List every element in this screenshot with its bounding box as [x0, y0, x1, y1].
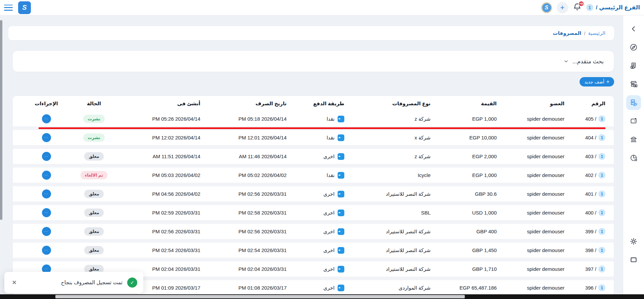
- sidebar-item-store[interactable]: [626, 77, 641, 92]
- column-header: تاريخ الصرف: [203, 101, 287, 107]
- ellipsis-icon: ...: [44, 135, 48, 138]
- row-actions-button[interactable]: ...: [42, 208, 51, 217]
- status-badge: معلق: [84, 227, 103, 236]
- status-badge: معلق: [84, 152, 103, 161]
- sidebar-item-bank[interactable]: [626, 132, 641, 147]
- advanced-search-panel[interactable]: بحث متقدم...: [13, 51, 614, 72]
- cell-number: 403 / 1: [567, 153, 605, 160]
- row-actions-button[interactable]: ...: [42, 114, 51, 123]
- breadcrumb-card: الرئيسية / المصروفات: [8, 26, 614, 40]
- cell-value: EGP 2,000: [433, 154, 497, 159]
- cell-actions: ...: [21, 133, 71, 142]
- menu-hamburger-icon[interactable]: [4, 5, 13, 11]
- vertical-scrollbar-thumb[interactable]: [0, 20, 2, 220]
- cell-pay-date: PM 02:54 2026/03/31: [203, 247, 287, 253]
- row-actions-button[interactable]: ...: [42, 152, 51, 161]
- table-row[interactable]: 402 / 1 spider demouser EGP 1,000 Icycle…: [13, 168, 614, 183]
- status-badge: معلق: [84, 208, 103, 217]
- plus-icon: +: [606, 79, 609, 84]
- branch-breadcrumb[interactable]: الفرع الرئيسي / 1: [586, 4, 640, 11]
- settings-gear-icon[interactable]: [626, 234, 641, 249]
- cell-pay-date: PM 01:08 2026/03/17: [203, 285, 287, 291]
- breadcrumb: الرئيسية / المصروفات: [553, 30, 605, 36]
- table-row[interactable]: 404 / 1 spider demouser EGP 10,000 شركة …: [13, 130, 614, 145]
- cell-value: EGP 1,000: [433, 116, 497, 122]
- cell-created-date: AM 11:51 2026/04/14: [116, 154, 200, 159]
- cell-actions: ...: [21, 246, 71, 255]
- table-row[interactable]: 398 / 1 spider demouser GBP 1,450 شركة ا…: [13, 243, 614, 258]
- sidebar-item-wallet[interactable]: [626, 114, 641, 128]
- cell-value: EGP 1,000: [433, 172, 497, 178]
- breadcrumb-home-link[interactable]: الرئيسية: [588, 30, 605, 36]
- column-header: الإجراءات: [21, 101, 71, 107]
- quick-add-button[interactable]: +: [557, 2, 568, 13]
- row-number-badge: 1: [598, 209, 605, 216]
- branch-count-badge: 1: [586, 4, 593, 11]
- check-circle-icon: ✓: [127, 278, 137, 288]
- expenses-page: S + +9 الفرع الرئيسي / 1 S: [0, 0, 644, 299]
- payment-wallet-icon: [338, 134, 344, 141]
- cell-created-date: PM 02:04 2026/03/31: [116, 266, 200, 272]
- cell-number: 401 / 1: [567, 190, 605, 197]
- cell-expense-type: شركة المواردى: [347, 285, 431, 291]
- status-badge: معلق: [84, 190, 103, 198]
- cell-status: تم الالغاء: [74, 171, 114, 179]
- collapse-chevron-icon[interactable]: [626, 21, 641, 36]
- cell-payment-method: اخرى: [289, 228, 344, 235]
- row-actions-button[interactable]: ...: [42, 171, 51, 180]
- cell-actions: ...: [21, 227, 71, 236]
- cell-number: 400 / 1: [567, 209, 605, 216]
- row-number: 398 /: [585, 247, 596, 253]
- brand-logo-icon[interactable]: S: [541, 2, 552, 13]
- cell-member: spider demouser: [499, 247, 564, 253]
- cell-pay-date: PM 02:56 2026/03/31: [203, 229, 287, 234]
- add-new-button[interactable]: + أضف جديد: [580, 77, 614, 86]
- cell-payment-method: اخرى: [289, 153, 344, 160]
- row-actions-button[interactable]: ...: [42, 246, 51, 255]
- main-content: الرئيسية / المصروفات بحث متقدم... + أضف …: [0, 15, 623, 294]
- cell-payment-method: اخرى: [289, 191, 344, 197]
- ellipsis-icon: ...: [44, 229, 48, 232]
- blank-card-icon[interactable]: [626, 252, 641, 267]
- row-actions-button[interactable]: ...: [42, 189, 51, 198]
- column-header: نوع المصروفات: [347, 101, 431, 107]
- row-number: 403 /: [585, 154, 596, 159]
- row-actions-button[interactable]: ...: [42, 133, 51, 142]
- cell-number: 397 / 1: [567, 265, 605, 273]
- app-logo-icon: S: [18, 1, 31, 14]
- table-row[interactable]: 400 / 1 spider demouser USD 1,000 SBL اخ…: [13, 205, 614, 220]
- ellipsis-icon: ...: [44, 173, 48, 176]
- cell-number: 396 / 1: [567, 284, 605, 291]
- row-number-badge: 1: [598, 190, 605, 197]
- table-row[interactable]: 401 / 1 spider demouser GBP 30.6 شركة ال…: [13, 186, 614, 201]
- cell-payment-method: اخرى: [289, 266, 344, 273]
- cell-payment-method: نقدا: [289, 172, 344, 179]
- ellipsis-icon: ...: [44, 211, 48, 214]
- cell-expense-type: شركة z: [347, 116, 431, 122]
- cell-number: 402 / 1: [567, 172, 605, 179]
- cell-payment-method: اخرى: [289, 247, 344, 254]
- cell-payment-method: نقدا: [289, 116, 344, 122]
- cell-member: spider demouser: [499, 116, 564, 122]
- toast-close-icon[interactable]: ✕: [10, 278, 18, 287]
- column-header: الرقم: [567, 101, 605, 107]
- row-actions-button[interactable]: ...: [42, 227, 51, 236]
- sidebar-item-expenses[interactable]: [626, 95, 641, 110]
- cell-pay-date: AM 11:46 2026/04/14: [203, 154, 287, 159]
- cell-member: spider demouser: [499, 135, 564, 140]
- cell-payment-method: اخرى: [289, 285, 344, 291]
- table-row[interactable]: 403 / 1 spider demouser EGP 2,000 شركة z…: [13, 149, 614, 164]
- sidebar-item-compass[interactable]: [626, 40, 641, 55]
- table-row[interactable]: 399 / 1 spider demouser GBP 400 شركة الن…: [13, 224, 614, 239]
- cell-member: spider demouser: [499, 191, 564, 197]
- cell-actions: ...: [21, 208, 71, 217]
- cell-created-date: PM 02:56 2026/03/31: [116, 229, 200, 234]
- horizontal-scrollbar-thumb[interactable]: [55, 295, 465, 298]
- notifications-bell-icon[interactable]: +9: [573, 3, 582, 13]
- cell-pay-date: PM 05:02 2026/04/02: [203, 172, 287, 178]
- sidebar-item-invoices[interactable]: [626, 58, 641, 73]
- payment-wallet-icon: [338, 247, 344, 254]
- cell-status: نشرت: [74, 115, 114, 123]
- sidebar-item-reports[interactable]: [626, 151, 641, 165]
- table-row[interactable]: 405 / 1 spider demouser EGP 1,000 شركة z…: [13, 111, 614, 126]
